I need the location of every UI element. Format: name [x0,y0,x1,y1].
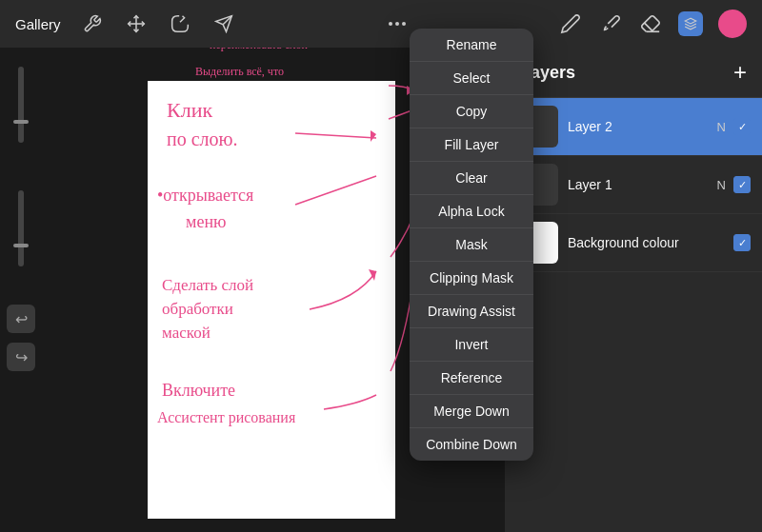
menu-item-invert[interactable]: Invert [410,328,533,362]
menu-item-mask[interactable]: Mask [410,228,533,262]
gallery-button[interactable]: Gallery [15,16,61,32]
svg-marker-6 [371,130,376,142]
canvas-text-processing: обработки [162,300,233,319]
layer-item-2[interactable]: Layer 2 N [505,98,762,156]
svg-line-7 [295,176,376,205]
svg-line-5 [295,133,376,138]
svg-marker-4 [685,18,696,24]
eraser-tool-icon[interactable] [638,11,663,36]
undo-button[interactable]: ↩ [7,305,35,333]
layers-tool-icon[interactable] [678,11,703,36]
toolbar-left: Gallery [15,11,236,36]
pen-tool-icon[interactable] [558,11,583,36]
menu-item-merge-down[interactable]: Merge Down [410,395,533,428]
background-controls [733,234,751,251]
opacity-slider[interactable] [18,190,24,266]
transform-icon[interactable] [124,11,149,36]
menu-item-copy[interactable]: Copy [410,95,533,128]
canvas-text-assist: Ассистент рисования [157,409,295,426]
canvas-text-mask: маской [162,324,211,343]
layers-panel: Layers + Layer 2 N Layer 1 N Background … [505,48,762,532]
user-avatar[interactable] [718,10,747,38]
background-info: Background colour [568,234,751,251]
share-icon[interactable] [211,11,236,36]
canvas-text-make-layer: Сделать слой [162,276,253,295]
canvas-arrows [148,81,395,519]
layer-1-mode: N [717,178,726,192]
menu-item-alpha-lock[interactable]: Alpha Lock [410,195,533,228]
layer-item-1[interactable]: Layer 1 N [505,156,762,214]
brush-tool-icon[interactable] [598,11,623,36]
left-sidebar: ↩ ↪ [0,48,42,532]
canvas-text-opens: •открывается [157,186,253,206]
menu-item-reference[interactable]: Reference [410,362,533,395]
menu-item-combine-down[interactable]: Combine Down [410,428,533,461]
canvas-text-klik: Клик [167,98,212,123]
brush-size-slider[interactable] [18,67,24,143]
wrench-icon[interactable] [80,11,105,36]
toolbar-right [558,10,747,38]
layer-2-info: Layer 2 N [568,118,751,135]
menu-item-drawing-assist[interactable]: Drawing Assist [410,295,533,328]
layer-1-info: Layer 1 N [568,176,751,193]
selection-icon[interactable] [168,11,192,36]
canvas-text-po-sloyu: по слою. [167,128,238,150]
layer-2-name: Layer 2 [568,119,612,134]
menu-item-rename[interactable]: Rename [410,29,533,62]
annotation-select-all-1: Выделить всё, что [195,65,284,79]
layer-2-mode: N [717,120,726,134]
menu-item-clear[interactable]: Clear [410,162,533,195]
svg-marker-8 [369,269,376,281]
layer-1-controls: N [717,176,751,193]
redo-button[interactable]: ↪ [7,343,35,371]
menu-item-clipping-mask[interactable]: Clipping Mask [410,262,533,295]
canvas-text-enable: Включите [162,381,235,401]
background-visibility[interactable] [733,234,751,251]
more-menu-button[interactable] [389,22,406,26]
layer-item-background[interactable]: Background colour [505,214,762,272]
canvas-text-menu: меню [186,212,226,232]
top-toolbar: Gallery [0,0,762,48]
background-name: Background colour [568,235,679,250]
layer-1-name: Layer 1 [568,177,612,192]
layer-1-visibility[interactable] [733,176,751,193]
menu-item-select[interactable]: Select [410,62,533,95]
context-menu: Rename Select Copy Fill Layer Clear Alph… [410,29,533,461]
layer-2-controls: N [717,118,751,135]
add-layer-button[interactable]: + [733,61,747,84]
layer-2-visibility[interactable] [733,118,751,135]
menu-item-fill-layer[interactable]: Fill Layer [410,128,533,162]
drawing-canvas[interactable]: Клик по слою. •открывается меню Сделать … [148,81,395,519]
layers-header: Layers + [505,48,762,98]
